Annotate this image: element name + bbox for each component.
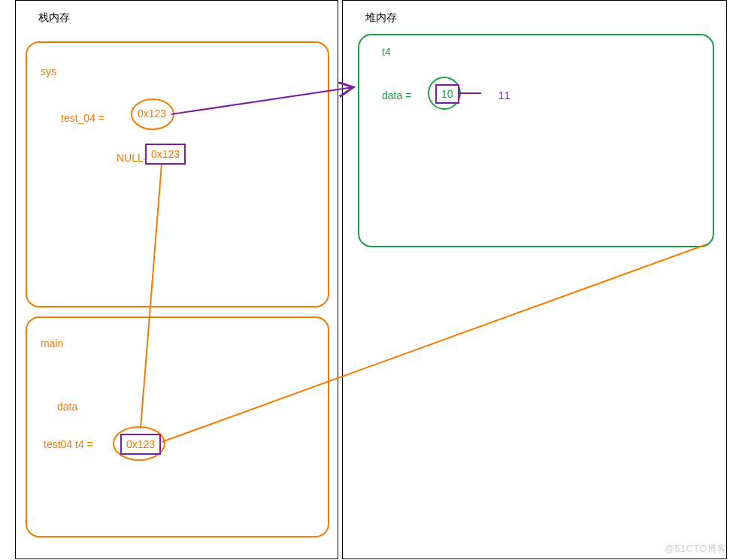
t4-data-label: data = xyxy=(382,89,411,101)
stack-main-block: main data test04 t4 = xyxy=(26,316,329,537)
sys-var-label: test_04 = xyxy=(61,112,104,124)
main-data-label: data xyxy=(57,401,77,413)
main-var-addr: 0x123 xyxy=(126,438,155,450)
heap-panel: 堆内存 t4 data = 11 xyxy=(342,0,727,559)
t4-new-value: 11 xyxy=(498,89,510,101)
stack-title: 栈内存 xyxy=(38,11,70,25)
sys-label: sys xyxy=(41,65,56,77)
stack-sys-block: sys test_04 = NULL—> xyxy=(26,41,329,307)
sys-null-addr-box: 0x123 xyxy=(145,144,186,165)
main-var-label: test04 t4 = xyxy=(44,438,93,450)
t4-label: t4 xyxy=(382,46,391,58)
t4-value: 10 xyxy=(441,88,453,100)
watermark: @51CTO博客 xyxy=(665,543,727,555)
heap-t4-block: t4 data = 11 xyxy=(358,34,714,247)
t4-value-box: 10 xyxy=(435,84,459,104)
stack-panel: 栈内存 sys test_04 = NULL—> main data test0… xyxy=(15,0,338,559)
main-var-addr-box: 0x123 xyxy=(120,434,161,455)
heap-title: 堆内存 xyxy=(365,11,397,25)
sys-var-addr: 0x123 xyxy=(138,107,166,120)
main-label: main xyxy=(41,338,63,350)
sys-null-addr: 0x123 xyxy=(151,148,180,160)
